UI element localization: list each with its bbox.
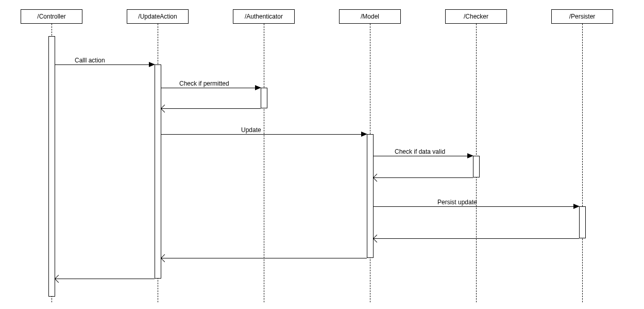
arrow-icon: [161, 254, 169, 263]
activation-checker: [473, 156, 480, 177]
msg-label-persistupdate: Persist update: [437, 199, 477, 206]
lifeline-dash: [582, 24, 583, 302]
msg-label-update: Update: [241, 126, 261, 134]
msg-callaction: [55, 64, 154, 65]
msg-return: [374, 177, 473, 178]
msg-label-checkdatavalid: Check if data valid: [395, 148, 445, 155]
arrow-icon: [373, 235, 381, 243]
arrow-icon: [467, 153, 473, 158]
arrow-icon: [149, 62, 155, 67]
arrow-icon: [55, 275, 63, 283]
activation-model: [367, 134, 374, 258]
lifeline-label: /Checker: [464, 13, 488, 20]
arrow-icon: [573, 204, 580, 209]
lifeline-label: /Authenticator: [245, 13, 283, 20]
msg-persistupdate: [374, 206, 578, 207]
msg-return: [161, 258, 367, 258]
lifeline-label: /Model: [361, 13, 379, 20]
msg-checkpermitted: [161, 88, 260, 88]
activation-updateaction: [155, 64, 161, 279]
lifeline-controller: /Controller: [21, 9, 82, 24]
lifeline-authenticator: /Authenticator: [233, 9, 295, 24]
msg-return: [161, 108, 261, 109]
activation-controller: [48, 36, 55, 297]
activation-authenticator: [261, 88, 267, 108]
sequence-diagram: /Controller /UpdateAction /Authenticator…: [0, 0, 644, 309]
lifeline-checker: /Checker: [445, 9, 507, 24]
msg-update: [161, 134, 366, 135]
activation-persister: [579, 206, 586, 238]
msg-label-checkpermitted: Check if permitted: [179, 80, 229, 87]
lifeline-label: /UpdateAction: [138, 13, 177, 20]
arrow-icon: [373, 174, 381, 182]
arrow-icon: [255, 85, 261, 90]
arrow-icon: [161, 105, 169, 113]
lifeline-label: /Controller: [37, 13, 65, 20]
lifeline-label: /Persister: [569, 13, 596, 20]
msg-checkdatavalid: [374, 156, 472, 156]
lifeline-dash: [264, 24, 264, 302]
msg-label-callaction: Calll action: [75, 57, 105, 64]
lifeline-model: /Model: [339, 9, 401, 24]
msg-return: [374, 238, 579, 239]
arrow-icon: [361, 132, 367, 137]
lifeline-updateaction: /UpdateAction: [127, 9, 189, 24]
msg-return: [55, 279, 155, 279]
lifeline-persister: /Persister: [551, 9, 613, 24]
